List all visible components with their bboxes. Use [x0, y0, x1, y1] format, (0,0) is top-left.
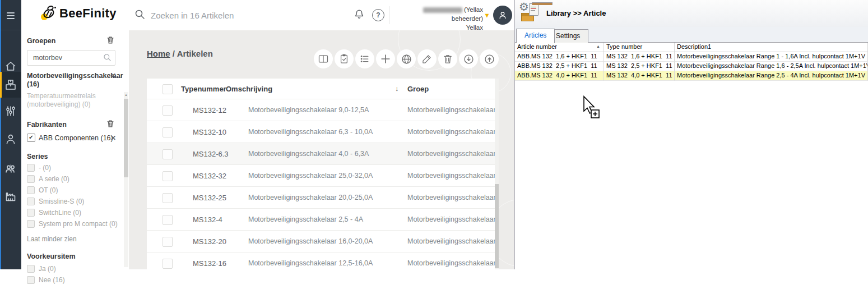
column-header-type-number[interactable]: Type number — [604, 43, 675, 52]
selected-group-row[interactable]: Motorbeveiligingsschakelaar (16) ✕ — [27, 72, 123, 89]
series-option[interactable]: OT (0) — [27, 186, 129, 194]
avatar[interactable] — [493, 6, 512, 25]
grid-row[interactable]: ABB.MS 132 2,5 + HKF1 11 MS 132 2,5 + HK… — [515, 62, 868, 71]
groups-title: Groepen — [27, 37, 55, 45]
group-search-input[interactable] — [32, 53, 101, 62]
row-checkbox[interactable] — [163, 215, 173, 225]
column-header-description1[interactable]: Description1 — [675, 43, 868, 52]
show-less-link[interactable]: Laat minder zien — [27, 235, 129, 243]
checkbox[interactable] — [27, 198, 35, 205]
tasks-button[interactable] — [335, 49, 354, 68]
menu-toggle-button[interactable] — [0, 3, 21, 28]
cell-groep: Motorbeveiligingsschakelaar — [407, 215, 496, 223]
series-option[interactable]: - (0) — [27, 164, 129, 172]
breadcrumb-home-link[interactable]: Home — [147, 49, 170, 58]
manufacturer-option[interactable]: ✔ ABB Componenten (16) ✕ — [27, 134, 123, 142]
row-checkbox[interactable] — [163, 193, 173, 203]
table-row[interactable]: MS132-10 Motorbeveiligingsschakelaar 6,3… — [147, 121, 499, 143]
nav-profile-button[interactable] — [0, 127, 21, 152]
nav-users-button[interactable] — [0, 156, 21, 181]
remove-manufacturer-icon[interactable]: ✕ — [110, 134, 116, 142]
header-divider — [389, 6, 389, 24]
web-button[interactable] — [397, 49, 416, 68]
main-content: Home / Artikelen — [129, 30, 514, 269]
table-row[interactable]: MS132-20 Motorbeveiligingsschakelaar 16,… — [147, 230, 499, 252]
cell-typenummer: MS132-32 — [193, 172, 226, 180]
series-option[interactable]: SwitchLine (0) — [27, 209, 129, 217]
help-button[interactable]: ? — [372, 9, 384, 21]
checkbox[interactable] — [27, 175, 35, 183]
trash-icon — [106, 36, 114, 44]
column-header-groep[interactable]: Groep — [407, 85, 429, 93]
group-search-box[interactable] — [27, 50, 115, 66]
favorite-option[interactable]: Ja (0) — [27, 265, 129, 273]
scrollbar-thumb[interactable] — [495, 184, 499, 268]
row-checkbox[interactable] — [163, 259, 173, 269]
row-checkbox[interactable] — [163, 237, 173, 247]
grid-row-selected[interactable]: ABB.MS 132 4,0 + HKF1 11 MS 132 4,0 + HK… — [515, 71, 868, 81]
redacted-username — [423, 7, 462, 13]
cell-omschrijving: Motorbeveiligingsschakelaar 12,5-16,0A — [248, 259, 373, 267]
checkbox[interactable] — [27, 276, 35, 284]
row-checkbox[interactable] — [163, 127, 173, 137]
edit-button[interactable] — [417, 49, 437, 68]
list-view-button[interactable] — [355, 49, 374, 68]
row-checkbox[interactable] — [163, 171, 173, 181]
nav-settings-button[interactable] — [0, 99, 21, 123]
delete-button[interactable] — [438, 49, 457, 68]
sort-desc-icon[interactable]: ↓ — [395, 84, 399, 93]
series-option[interactable]: A serie (0) — [27, 175, 129, 183]
series-option[interactable]: Smissline-S (0) — [27, 198, 129, 205]
export-button[interactable] — [480, 49, 499, 68]
trash-icon — [106, 120, 114, 128]
column-header-article-number[interactable]: Article number▲ — [515, 43, 604, 52]
table-scrollbar[interactable] — [495, 79, 499, 269]
filter-scrollbar[interactable]: ▲ — [124, 92, 128, 267]
notifications-button[interactable] — [353, 8, 365, 23]
series-option[interactable]: System pro M compact (0) — [27, 220, 129, 228]
groups-section-header: Groepen — [27, 37, 123, 45]
table-row[interactable]: MS132-32 Motorbeveiligingsschakelaar 25,… — [147, 164, 499, 186]
favorite-option-label: Nee (16) — [39, 276, 65, 284]
add-article-button[interactable] — [376, 49, 395, 68]
cell-description: Motorbeveiligingsschakelaar Range 1 - 1,… — [675, 52, 868, 62]
table-row[interactable]: MS132-25 Motorbeveiligingsschakelaar 20,… — [147, 186, 499, 208]
cell-description: Motorbeveiligingsschakelaar Range 2,5 - … — [675, 71, 868, 81]
column-header-typenummer[interactable]: Typenummer — [181, 85, 226, 93]
columns-view-button[interactable] — [314, 49, 333, 68]
row-checkbox[interactable] — [163, 149, 173, 159]
column-header-omschrijving[interactable]: Omschrijving — [226, 85, 272, 93]
favorite-option[interactable]: Nee (16) — [27, 276, 129, 284]
remove-group-icon[interactable]: ✕ — [110, 72, 116, 80]
nav-factory-button[interactable] — [0, 184, 21, 209]
search-input[interactable] — [150, 10, 303, 21]
cell-typenummer: MS132-20 — [193, 237, 226, 246]
user-menu-chevron[interactable]: ▾ — [485, 11, 489, 19]
checkbox[interactable] — [27, 265, 35, 273]
import-button[interactable] — [459, 49, 478, 68]
cell-article-number: ABB.MS 132 1,6 + HKF1 11 — [515, 52, 604, 62]
scroll-up-icon[interactable]: ▲ — [124, 93, 128, 97]
table-row[interactable]: MS132-6.3 Motorbeveiligingsschakelaar 4,… — [147, 143, 499, 164]
checkbox[interactable] — [27, 209, 35, 217]
tab-articles[interactable]: Articles — [516, 29, 555, 43]
global-search[interactable] — [134, 7, 319, 23]
select-all-checkbox[interactable] — [163, 84, 173, 94]
checkbox[interactable] — [27, 220, 35, 228]
table-row[interactable]: MS132-12 Motorbeveiligingsschakelaar 9,0… — [147, 99, 499, 121]
checkbox[interactable] — [27, 186, 35, 194]
checked-checkbox[interactable]: ✔ — [27, 134, 35, 142]
cell-groep: Motorbeveiligingsschakelaar — [407, 194, 496, 201]
table-row[interactable]: MS132-16 Motorbeveiligingsschakelaar 12,… — [147, 252, 499, 269]
brand-logo[interactable]: BeeFinity — [39, 5, 117, 22]
trash-icon — [442, 53, 453, 65]
table-row[interactable]: MS132-4 Motorbeveiligingsschakelaar 2,5 … — [147, 208, 499, 230]
factory-icon — [4, 190, 17, 203]
row-checkbox[interactable] — [163, 105, 173, 116]
scrollbar-thumb[interactable] — [124, 99, 128, 177]
checkbox[interactable] — [27, 164, 35, 172]
nav-articles-button[interactable] — [0, 72, 21, 98]
grid-row[interactable]: ABB.MS 132 1,6 + HKF1 11 MS 132 1,6 + HK… — [515, 52, 868, 62]
clear-groups-button[interactable] — [106, 36, 114, 46]
clear-manufacturers-button[interactable] — [106, 120, 114, 130]
